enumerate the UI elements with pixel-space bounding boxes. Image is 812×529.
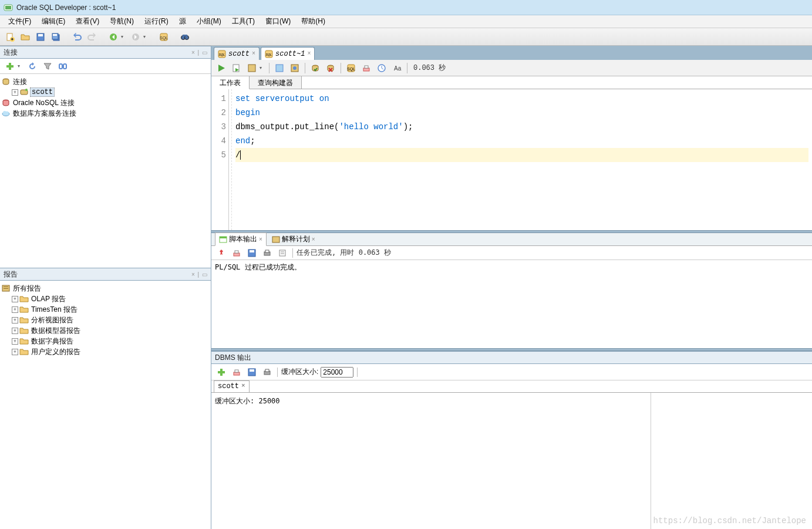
binoculars-icon[interactable]: [178, 31, 191, 43]
open-file-icon[interactable]: [19, 31, 32, 43]
tab-worksheet[interactable]: 工作表: [211, 76, 250, 89]
report-timesten[interactable]: +TimesTen 报告: [1, 304, 210, 315]
editor-tab-scott[interactable]: SQL scott ×: [214, 47, 260, 60]
expand-icon[interactable]: +: [12, 328, 18, 334]
close-icon[interactable]: ×: [252, 50, 255, 57]
save-icon[interactable]: [245, 247, 258, 260]
case-icon[interactable]: Aa: [390, 62, 403, 75]
report-modeler[interactable]: +数据模型器报告: [1, 325, 210, 336]
svg-rect-50: [272, 237, 279, 242]
menu-team[interactable]: 小组(M): [192, 15, 226, 28]
panel-minimize-icon[interactable]: ▭: [202, 271, 207, 278]
code-body[interactable]: set serveroutput on begin dbms_output.pu…: [231, 89, 812, 230]
add-icon[interactable]: [215, 366, 228, 379]
explain-plan-icon[interactable]: [245, 62, 258, 75]
commit-icon[interactable]: [309, 62, 322, 75]
reports-panel-header: 报告 × | ▭: [0, 268, 211, 281]
tab-query-builder[interactable]: 查询构建器: [250, 76, 302, 89]
clear-icon[interactable]: [230, 247, 243, 260]
report-userdef[interactable]: +用户定义的报告: [1, 346, 210, 357]
dbms-output-section: DBMS 输出 缓冲区大小: scott × 缓冲区大小: 25000: [211, 351, 812, 529]
svg-text:Aa: Aa: [394, 65, 402, 72]
print-icon[interactable]: [261, 247, 274, 260]
connection-scott[interactable]: + scott: [1, 87, 210, 97]
pin-icon[interactable]: [215, 247, 228, 260]
close-icon[interactable]: ×: [241, 382, 245, 391]
autotrace-icon[interactable]: [273, 62, 286, 75]
unshared-sql-icon[interactable]: SQL: [345, 62, 358, 75]
expand-icon[interactable]: +: [12, 349, 18, 355]
report-olap[interactable]: +OLAP 报告: [1, 294, 210, 304]
refresh-connection-icon[interactable]: [26, 60, 39, 73]
dbms-header: DBMS 输出: [211, 351, 812, 364]
nav-back-dropdown[interactable]: ▾: [121, 34, 127, 39]
new-connection-icon[interactable]: [4, 60, 16, 73]
menu-help[interactable]: 帮助(H): [297, 15, 330, 28]
close-icon[interactable]: ×: [259, 236, 262, 242]
explain-dropdown[interactable]: ▾: [260, 65, 265, 70]
tab-script-output[interactable]: 脚本输出 ×: [215, 233, 267, 246]
save-icon[interactable]: [34, 31, 47, 43]
text-icon[interactable]: [276, 247, 289, 260]
menu-window[interactable]: 窗口(W): [261, 15, 295, 28]
new-file-icon[interactable]: ✦: [4, 31, 16, 43]
reports-title: 报告: [4, 269, 18, 279]
report-analysis[interactable]: +分析视图报告: [1, 315, 210, 325]
output-body[interactable]: PL/SQL 过程已成功完成。: [211, 260, 812, 348]
buffer-size-input[interactable]: [321, 367, 353, 378]
print-icon[interactable]: [261, 366, 274, 379]
connections-root[interactable]: 连接: [1, 76, 210, 87]
svg-rect-51: [234, 253, 240, 256]
close-icon[interactable]: ×: [307, 50, 311, 57]
dbms-tab-scott[interactable]: scott ×: [214, 380, 250, 392]
connection-nosql[interactable]: Oracle NoSQL 连接: [1, 97, 210, 108]
svg-rect-45: [365, 66, 368, 68]
menu-edit[interactable]: 编辑(E): [37, 15, 70, 28]
history-icon[interactable]: [375, 62, 388, 75]
nav-fwd-dropdown[interactable]: ▾: [143, 34, 149, 39]
menu-view[interactable]: 查看(V): [71, 15, 104, 28]
code-editor[interactable]: 12345 set serveroutput on begin dbms_out…: [211, 89, 812, 230]
save-all-icon[interactable]: [49, 31, 62, 43]
dbms-output-text[interactable]: 缓冲区大小: 25000: [211, 393, 651, 529]
main-toolbar: ✦ ▾ ▾ SQL: [0, 28, 812, 46]
new-connection-dropdown[interactable]: ▾: [18, 63, 23, 69]
tab-explain-plan[interactable]: 解释计划 ×: [268, 233, 319, 246]
nav-fwd-icon[interactable]: [129, 31, 142, 43]
expand-icon[interactable]: +: [12, 317, 18, 324]
menu-file[interactable]: 文件(F): [4, 15, 36, 28]
redo-icon[interactable]: [86, 31, 99, 43]
undo-icon[interactable]: [70, 31, 83, 43]
reports-root[interactable]: 所有报告: [1, 283, 210, 294]
panel-close-icon[interactable]: ×: [191, 49, 195, 56]
close-icon[interactable]: ×: [312, 236, 315, 242]
run-script-icon[interactable]: [230, 62, 243, 75]
nav-back-icon[interactable]: [107, 31, 120, 43]
connections-tree[interactable]: 连接 + scott Oracle NoSQL 连接 数据库方案服务连接: [0, 74, 211, 268]
connections-root-icon: [1, 77, 11, 86]
expand-icon[interactable]: +: [12, 296, 18, 302]
expand-icon[interactable]: +: [12, 89, 18, 96]
sql-tuning-icon[interactable]: [288, 62, 301, 75]
editor-tab-scott1[interactable]: SQL scott~1 ×: [261, 47, 315, 60]
clear-icon[interactable]: [360, 62, 373, 75]
expand-icon[interactable]: +: [12, 306, 18, 313]
sql-icon[interactable]: SQL: [157, 31, 170, 43]
menu-navigate[interactable]: 导航(N): [105, 15, 139, 28]
panel-close-icon[interactable]: ×: [191, 271, 195, 278]
menu-run[interactable]: 运行(R): [140, 15, 173, 28]
menu-source[interactable]: 源: [174, 15, 191, 28]
expand-icon[interactable]: +: [12, 338, 18, 345]
rollback-icon[interactable]: [324, 62, 337, 75]
reports-tree[interactable]: 所有报告 +OLAP 报告 +TimesTen 报告 +分析视图报告 +数据模型…: [0, 281, 211, 529]
run-icon[interactable]: [215, 62, 228, 75]
save-icon[interactable]: [245, 366, 258, 379]
panel-minimize-icon[interactable]: ▭: [202, 49, 207, 56]
script-output-icon: [219, 235, 227, 244]
connection-cloud[interactable]: 数据库方案服务连接: [1, 108, 210, 119]
report-dictionary[interactable]: +数据字典报告: [1, 336, 210, 346]
link-icon[interactable]: [56, 60, 69, 73]
filter-icon[interactable]: [41, 60, 54, 73]
menu-tools[interactable]: 工具(T): [227, 15, 260, 28]
clear-icon[interactable]: [230, 366, 243, 379]
